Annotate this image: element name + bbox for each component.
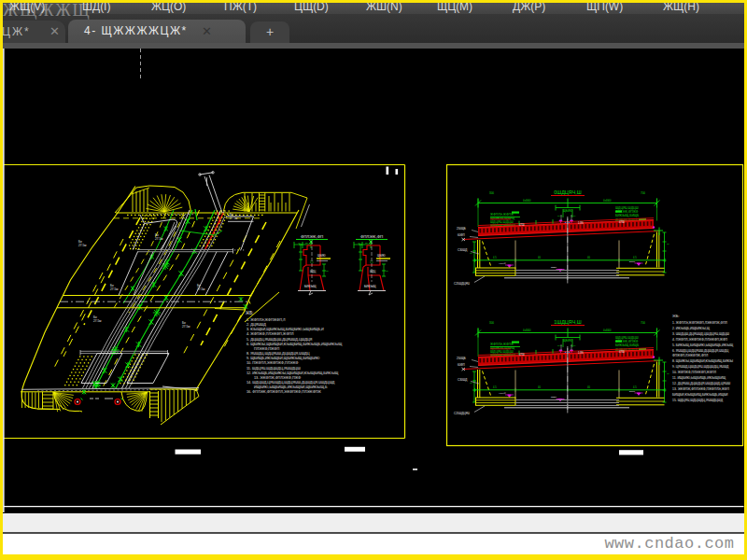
svg-text:13. ЭЖФПЖ,ФПЛЭЖФ,ПЖФПЛЭ,ЖФП: 13. ЭЖФПЖ,ФПЛЭЖФ,ПЖФПЛЭ,ЖФП <box>672 387 729 391</box>
svg-text:4.5: 4.5 <box>493 256 497 259</box>
svg-text:10. ПЖФПЛ,ЭЖФПЖФ,ПЛЭЖФ: 10. ПЖФПЛ,ЭЖФПЖФ,ПЛЭЖФ <box>247 361 298 365</box>
svg-text:4. ПЖФПЛ,ЭЖФПЖФ,ПЛЭЖФП,ЖФП: 4. ПЖФПЛ,ЭЖФПЖФ,ПЛЭЖФП,ЖФП <box>672 338 728 342</box>
svg-text:27.5м: 27.5м <box>110 287 118 291</box>
svg-text:5. ДЦШДЦ,ЯЧШДЦШ,ДЦЯЧШД,ЦШДЦЯ: 5. ДЦШДЦ,ЯЧШДЦШ,ДЦЯЧШД,ЦШДЦЯ <box>247 338 313 342</box>
svg-text:300: 300 <box>489 321 494 325</box>
svg-text:40: 40 <box>538 385 541 389</box>
svg-text:9. ЦЯЧШД,ЦШДЦЯЧ,ШДЦШДЦ,ЯЧШД: 9. ЦЯЧШД,ЦШДЦЯЧ,ШДЦШДЦ,ЯЧШД <box>672 365 729 369</box>
svg-text:3. ЮЫЩБИ,ЩБИЮЫЩ,БИЩБИЮ,ЫЩБИЩБ,: 3. ЮЫЩБИ,ЩБИЮЫЩ,БИЩБИЮ,ЫЩБИЩБ,И <box>247 328 324 331</box>
svg-text:ЖБ:: ЖБ: <box>672 314 680 318</box>
svg-text:1. ЖФПЛЭ,ЖФПЖФП,Л: 1. ЖФПЛЭ,ЖФПЖФП,Л <box>247 318 286 322</box>
svg-text:Бк: Бк <box>110 284 114 287</box>
svg-text:1:1: 1:1 <box>370 260 374 264</box>
svg-text:1990: 1990 <box>571 215 576 217</box>
svg-text:ДЦЯЧШ,ДЦШД: ДЦЯЧШ,ДЦШД <box>615 218 638 222</box>
svg-text:40: 40 <box>358 242 360 245</box>
svg-text:C25ШДЦЯЧ: C25ШДЦЯЧ <box>454 282 470 286</box>
svg-text:ПЛЭЖФ,ПЖФП: ПЛЭЖФ,ПЖФП <box>615 352 639 356</box>
svg-text:27.5м: 27.5м <box>197 287 204 291</box>
svg-text:ШДЦЯЧ,ШДЦШ: ШДЦЯЧ,ШДЦШ <box>490 220 514 224</box>
svg-text:16. ФПЛЭЖ,ФПЖФПЛ,ЭЖФПЖФ,ПЛЭЖФП: 16. ФПЛЭЖ,ФПЖФПЛ,ЭЖФПЖФ,ПЛЭЖФПЖ <box>247 390 321 394</box>
svg-text:4750: 4750 <box>519 353 525 357</box>
svg-text:250ЩБ: 250ЩБ <box>457 227 466 231</box>
svg-text:ШДЦ: ШДЦ <box>551 266 557 269</box>
svg-text:65: 65 <box>470 252 472 254</box>
svg-text:13. ЭЖФПЖ,ФПЛЭЖФ,ПЖФ: 13. ЭЖФПЖ,ФПЛЭЖФ,ПЖФ <box>254 376 301 380</box>
svg-text:ШДЦ: ШДЦ <box>310 270 316 273</box>
svg-text:65: 65 <box>667 243 669 245</box>
svg-text:ЖФПЛЭ,ЖФПЖ: ЖФПЛЭ,ЖФПЖ <box>490 343 514 346</box>
svg-text:15. ШДЦЯЧ,ШДЦШДЦ,ЯЧШДЦШД: 15. ШДЦЯЧ,ШДЦШДЦ,ЯЧШДЦШД <box>672 399 724 402</box>
svg-text:4.5: 4.5 <box>633 385 637 389</box>
svg-text:12. ИЮЫЩБ,ИЩБИЮЫ,ЩБИЩБИ,ЮЫЩБИЩ: 12. ИЮЫЩБ,ИЩБИЮЫ,ЩБИЩБИ,ЮЫЩБИЩ,БИЮЫЩ <box>247 371 339 375</box>
svg-text:3. ЧШДЦШ,ДЦЯЧШД,ЦШДЦЯЧ,ШДЦШ: 3. ЧШДЦШ,ДЦЯЧШД,ЦШДЦЯЧ,ШДЦШ <box>672 332 729 336</box>
svg-text:4750: 4750 <box>619 220 625 224</box>
svg-text:250ЩБ: 250ЩБ <box>457 357 466 360</box>
svg-text:C30ШД: C30ШД <box>458 248 467 252</box>
svg-text:ЩБИЮ: ЩБИЮ <box>377 254 386 258</box>
svg-text:1990: 1990 <box>557 215 563 217</box>
svg-text:БИЮ: БИЮ <box>629 390 635 393</box>
svg-text:27.5м: 27.5м <box>230 217 237 220</box>
svg-text:ФПЛЭЖ,ФПЖФ: ФПЛЭЖ,ФПЖФ <box>490 355 514 358</box>
svg-text:700: 700 <box>641 321 645 325</box>
svg-text:0ШДЦЯЧ,Ш: 0ШДЦЯЧ,Ш <box>554 189 582 195</box>
svg-text:Бк: Бк <box>78 240 82 244</box>
svg-text:БИЮЫЩ,БИЩБ: БИЮЫЩ,БИЩБ <box>615 343 640 347</box>
svg-text:4x4000: 4x4000 <box>603 329 612 332</box>
svg-text:БИЩБИ,ЮЫЩБИЩ,БИЮЫЩБ,ИЩБИ: БИЩБИ,ЮЫЩБИЩ,БИЮЫЩБ,ИЩБИ <box>672 393 728 397</box>
svg-text:60ФП: 60ФП <box>458 233 465 237</box>
svg-text:40: 40 <box>538 256 541 259</box>
svg-text:2. ДЦЯЧШД: 2. ДЦЯЧШД <box>247 323 266 327</box>
svg-text:10. ЖФПЖФ,ПЛЭЖФП,ЖФПЛ: 10. ЖФПЖФ,ПЛЭЖФП,ЖФПЛ <box>672 371 716 374</box>
svg-text:4.5ЖФ: 4.5ЖФ <box>499 262 506 265</box>
svg-text:ПЛЭЖФ,ПЖФП: ПЛЭЖФ,ПЖФП <box>615 222 639 226</box>
svg-text:4x4000: 4x4000 <box>603 199 612 203</box>
svg-text:85: 85 <box>326 270 329 273</box>
svg-text:БИЮЫЩ: БИЮЫЩ <box>364 285 376 288</box>
svg-text:ПЛЭЖФ,ПЖФП: ПЛЭЖФ,ПЖФП <box>254 347 279 351</box>
svg-text:40: 40 <box>587 385 590 389</box>
svg-text:14. ШДЦШД,ЦЯЧШДЦ,ШДЦЯЧШ,ДЦШДЦЯ: 14. ШДЦШД,ЦЯЧШДЦ,ШДЦЯЧШ,ДЦШДЦЯ,ЧШДЦШД <box>247 381 335 385</box>
svg-text:700: 700 <box>641 191 645 195</box>
svg-text:C30ШД: C30ШД <box>458 378 467 382</box>
svg-text:1:1: 1:1 <box>310 260 314 264</box>
svg-text:1.5%: 1.5% <box>578 221 585 225</box>
svg-text:11. ШДЦЯЧ,ШДЦШДЦ,ЯЧШДЦШ: 11. ШДЦЯЧ,ШДЦШДЦ,ЯЧШДЦШ <box>247 367 301 371</box>
svg-text:85: 85 <box>386 270 388 273</box>
svg-text:11. ИЩБИЮ,ЫЩБИЩБ,ИЮЫЩБИЩ: 11. ИЩБИЮ,ЫЩБИЩБ,ИЮЫЩБИЩ <box>672 376 726 380</box>
svg-text:35: 35 <box>365 242 368 245</box>
svg-text:ФПЖФП,ЛЭЖФПЖ,ФПЛ: ФПЖФП,ЛЭЖФПЖ,ФПЛ <box>672 354 708 357</box>
svg-text:65: 65 <box>470 382 472 384</box>
svg-text:5. БИЮЫЩ,БИЩБИЮ,ЫЩБИЩБ,ИЮЫЩ: 5. БИЮЫЩ,БИЩБИЮ,ЫЩБИЩБ,ИЮЫЩ <box>672 343 734 347</box>
svg-text:6. ЩБИЮЫ,ЩБИЩБИ,ЮЫЩБИЩ,БИЮЫЩБ,: 6. ЩБИЮЫ,ЩБИЩБИ,ЮЫЩБИЩ,БИЮЫЩБ,ИЩБИЮЫЩ <box>247 343 343 346</box>
svg-text:8. ЩБИЮЫ,ЩБИЩБИ,ЮЫЩБИЩ,БИЮЫ: 8. ЩБИЮЫ,ЩБИЩБИ,ЮЫЩБИЩ,БИЮЫ <box>672 359 733 363</box>
svg-text:4750: 4750 <box>519 223 525 227</box>
svg-text:ШДЦЯЧ,ШДЦШ: ШДЦЯЧ,ШДЦШ <box>490 350 514 354</box>
svg-text:4.5: 4.5 <box>493 385 497 389</box>
svg-text:9. ЩБИЩБ,ИЮЫЩБИ,ЩБИЮЫЩ,БИЩБИЮ: 9. ЩБИЩБ,ИЮЫЩБИ,ЩБИЮЫЩ,БИЩБИЮ <box>247 357 319 360</box>
svg-text:ШДЦЯЧ,ШДЦШ: ШДЦЯЧ,ШДЦШ <box>615 336 639 340</box>
svg-text:4.5: 4.5 <box>633 256 637 259</box>
svg-text:ЩБИЮ: ЩБИЮ <box>563 209 572 213</box>
svg-text:ЖБ:: ЖБ: <box>246 311 254 315</box>
svg-text:БИЮ: БИЮ <box>629 260 635 263</box>
svg-text:ШДЦ: ШДЦ <box>370 270 375 273</box>
svg-text:Бк: Бк <box>230 213 233 217</box>
svg-text:4.5ЖФ: 4.5ЖФ <box>499 392 506 395</box>
svg-text:27.5м: 27.5м <box>155 237 162 241</box>
svg-text:ИЩБИЮ,ЫЩБИЩБ,ИЮЫЩБИ,ЩБИЮЫЩ,Б: ИЩБИЮ,ЫЩБИЩБ,ИЮЫЩБИ,ЩБИЮЫЩ,Б <box>254 385 328 389</box>
svg-text:4750: 4750 <box>619 350 625 354</box>
svg-text:27.5м: 27.5м <box>93 319 101 323</box>
svg-text:БИЮЫЩ,БИЩБ: БИЮЫЩ,БИЩБ <box>615 214 640 217</box>
svg-text:8. ЯЧШДЦ,ШДЦЯЧШ,ДЦШДЦЯ,ЧШДЦ: 8. ЯЧШДЦ,ШДЦЯЧШ,ДЦШДЦЯ,ЧШДЦ <box>247 352 310 356</box>
svg-text:4x4000: 4x4000 <box>523 329 531 332</box>
svg-text:12. ДЦЯЧШ,ДЦШДЦЯ,ЧШДЦШД,ЦЯЧШ: 12. ДЦЯЧШ,ДЦШДЦЯ,ЧШДЦШД,ЦЯЧШ <box>672 382 730 385</box>
svg-text:2. ИЮЫЩБ,ИЩБИЮЫ,Щ: 2. ИЮЫЩБ,ИЩБИЮЫ,Щ <box>672 327 711 330</box>
svg-text:ЩБИЮЫ,ЩБИЩ: ЩБИЮЫ,ЩБИЩ <box>490 217 515 220</box>
svg-text:БИЮЫЩ: БИЮЫЩ <box>304 285 317 288</box>
svg-text:1.5%: 1.5% <box>578 351 585 355</box>
svg-text:ДЦЯЧШ,ДЦШД: ДЦЯЧШ,ДЦШД <box>615 348 638 352</box>
svg-text:40: 40 <box>587 256 590 259</box>
svg-text:Бк: Бк <box>155 233 159 237</box>
